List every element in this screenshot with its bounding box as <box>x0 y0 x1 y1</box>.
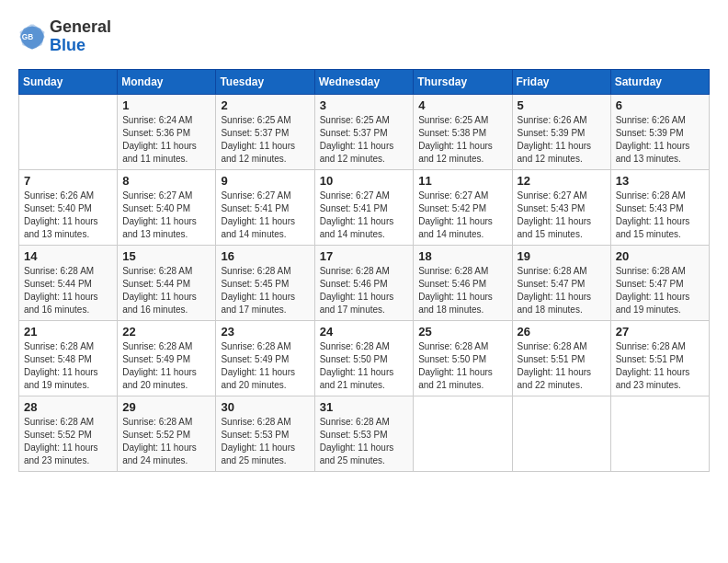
day-info: Sunrise: 6:27 AMSunset: 5:41 PMDaylight:… <box>320 190 409 241</box>
calendar-cell <box>610 396 709 471</box>
day-info: Sunrise: 6:27 AMSunset: 5:40 PMDaylight:… <box>122 190 210 241</box>
calendar-cell: 6 Sunrise: 6:26 AMSunset: 5:39 PMDayligh… <box>610 94 709 169</box>
header-friday: Friday <box>512 69 610 94</box>
calendar-cell: 27 Sunrise: 6:28 AMSunset: 5:51 PMDaylig… <box>610 320 709 396</box>
calendar-cell: 10 Sunrise: 6:27 AMSunset: 5:41 PMDaylig… <box>314 169 414 245</box>
day-info: Sunrise: 6:25 AMSunset: 5:37 PMDaylight:… <box>221 114 309 166</box>
day-number: 8 <box>122 174 210 188</box>
day-number: 16 <box>221 249 309 263</box>
day-number: 18 <box>418 249 506 263</box>
day-info: Sunrise: 6:25 AMSunset: 5:37 PMDaylight:… <box>320 114 409 166</box>
day-info: Sunrise: 6:25 AMSunset: 5:38 PMDaylight:… <box>418 114 506 166</box>
calendar-week-row: 14 Sunrise: 6:28 AMSunset: 5:44 PMDaylig… <box>19 245 710 320</box>
header-wednesday: Wednesday <box>314 69 414 94</box>
day-number: 22 <box>122 325 210 339</box>
calendar-cell: 3 Sunrise: 6:25 AMSunset: 5:37 PMDayligh… <box>314 94 414 169</box>
calendar-cell <box>414 396 512 471</box>
calendar-cell: 19 Sunrise: 6:28 AMSunset: 5:47 PMDaylig… <box>512 245 610 320</box>
calendar-cell: 13 Sunrise: 6:28 AMSunset: 5:43 PMDaylig… <box>610 169 709 245</box>
day-number: 21 <box>24 325 112 339</box>
day-info: Sunrise: 6:28 AMSunset: 5:46 PMDaylight:… <box>418 265 506 316</box>
day-number: 15 <box>122 249 210 263</box>
calendar-cell: 11 Sunrise: 6:27 AMSunset: 5:42 PMDaylig… <box>414 169 512 245</box>
calendar-week-row: 28 Sunrise: 6:28 AMSunset: 5:52 PMDaylig… <box>19 396 710 471</box>
calendar-cell: 26 Sunrise: 6:28 AMSunset: 5:51 PMDaylig… <box>512 320 610 396</box>
day-number: 25 <box>418 325 506 339</box>
day-info: Sunrise: 6:28 AMSunset: 5:44 PMDaylight:… <box>122 265 210 316</box>
calendar-cell: 30 Sunrise: 6:28 AMSunset: 5:53 PMDaylig… <box>216 396 314 471</box>
day-number: 20 <box>616 249 704 263</box>
calendar-cell: 28 Sunrise: 6:28 AMSunset: 5:52 PMDaylig… <box>19 396 118 471</box>
logo-text: General Blue <box>50 18 111 55</box>
day-info: Sunrise: 6:28 AMSunset: 5:50 PMDaylight:… <box>418 340 506 392</box>
day-info: Sunrise: 6:28 AMSunset: 5:46 PMDaylight:… <box>320 265 409 316</box>
calendar-cell: 23 Sunrise: 6:28 AMSunset: 5:49 PMDaylig… <box>216 320 314 396</box>
day-number: 1 <box>122 98 210 112</box>
day-number: 7 <box>24 174 112 188</box>
day-number: 28 <box>24 400 112 414</box>
day-info: Sunrise: 6:27 AMSunset: 5:41 PMDaylight:… <box>221 190 309 241</box>
calendar-week-row: 1 Sunrise: 6:24 AMSunset: 5:36 PMDayligh… <box>19 94 710 169</box>
day-info: Sunrise: 6:26 AMSunset: 5:39 PMDaylight:… <box>616 114 704 166</box>
day-info: Sunrise: 6:28 AMSunset: 5:51 PMDaylight:… <box>616 340 704 392</box>
day-number: 31 <box>320 400 409 414</box>
calendar-week-row: 21 Sunrise: 6:28 AMSunset: 5:48 PMDaylig… <box>19 320 710 396</box>
day-info: Sunrise: 6:28 AMSunset: 5:49 PMDaylight:… <box>221 340 309 392</box>
day-number: 29 <box>122 400 210 414</box>
day-info: Sunrise: 6:28 AMSunset: 5:53 PMDaylight:… <box>221 416 309 467</box>
day-info: Sunrise: 6:28 AMSunset: 5:51 PMDaylight:… <box>518 340 606 392</box>
calendar-cell: 12 Sunrise: 6:27 AMSunset: 5:43 PMDaylig… <box>512 169 610 245</box>
svg-text:GB: GB <box>22 33 33 41</box>
day-info: Sunrise: 6:26 AMSunset: 5:39 PMDaylight:… <box>518 114 606 166</box>
calendar-cell: 8 Sunrise: 6:27 AMSunset: 5:40 PMDayligh… <box>118 169 216 245</box>
calendar-cell: 31 Sunrise: 6:28 AMSunset: 5:53 PMDaylig… <box>314 396 414 471</box>
calendar-cell: 2 Sunrise: 6:25 AMSunset: 5:37 PMDayligh… <box>216 94 314 169</box>
calendar-header-row: SundayMondayTuesdayWednesdayThursdayFrid… <box>19 69 710 94</box>
day-info: Sunrise: 6:28 AMSunset: 5:49 PMDaylight:… <box>122 340 210 392</box>
header-monday: Monday <box>118 69 216 94</box>
header-thursday: Thursday <box>414 69 512 94</box>
calendar-cell: 7 Sunrise: 6:26 AMSunset: 5:40 PMDayligh… <box>19 169 118 245</box>
calendar-cell: 9 Sunrise: 6:27 AMSunset: 5:41 PMDayligh… <box>216 169 314 245</box>
header-saturday: Saturday <box>610 69 709 94</box>
calendar-cell: 29 Sunrise: 6:28 AMSunset: 5:52 PMDaylig… <box>118 396 216 471</box>
calendar-cell: 1 Sunrise: 6:24 AMSunset: 5:36 PMDayligh… <box>118 94 216 169</box>
calendar-cell: 16 Sunrise: 6:28 AMSunset: 5:45 PMDaylig… <box>216 245 314 320</box>
day-number: 4 <box>418 98 506 112</box>
day-info: Sunrise: 6:28 AMSunset: 5:47 PMDaylight:… <box>616 265 704 316</box>
day-number: 13 <box>616 174 704 188</box>
header-sunday: Sunday <box>19 69 118 94</box>
calendar-cell: 15 Sunrise: 6:28 AMSunset: 5:44 PMDaylig… <box>118 245 216 320</box>
day-number: 27 <box>616 325 704 339</box>
calendar-cell: 25 Sunrise: 6:28 AMSunset: 5:50 PMDaylig… <box>414 320 512 396</box>
calendar-cell: 24 Sunrise: 6:28 AMSunset: 5:50 PMDaylig… <box>314 320 414 396</box>
day-info: Sunrise: 6:27 AMSunset: 5:42 PMDaylight:… <box>418 190 506 241</box>
calendar-cell: 22 Sunrise: 6:28 AMSunset: 5:49 PMDaylig… <box>118 320 216 396</box>
day-info: Sunrise: 6:28 AMSunset: 5:53 PMDaylight:… <box>320 416 409 467</box>
day-info: Sunrise: 6:28 AMSunset: 5:47 PMDaylight:… <box>518 265 606 316</box>
day-number: 14 <box>24 249 112 263</box>
day-info: Sunrise: 6:27 AMSunset: 5:43 PMDaylight:… <box>518 190 606 241</box>
day-number: 6 <box>616 98 704 112</box>
day-info: Sunrise: 6:28 AMSunset: 5:52 PMDaylight:… <box>24 416 112 467</box>
day-info: Sunrise: 6:28 AMSunset: 5:45 PMDaylight:… <box>221 265 309 316</box>
day-number: 30 <box>221 400 309 414</box>
logo: GB General Blue <box>18 18 111 55</box>
calendar-cell: 5 Sunrise: 6:26 AMSunset: 5:39 PMDayligh… <box>512 94 610 169</box>
calendar-cell <box>512 396 610 471</box>
day-number: 3 <box>320 98 409 112</box>
day-number: 24 <box>320 325 409 339</box>
day-info: Sunrise: 6:26 AMSunset: 5:40 PMDaylight:… <box>24 190 112 241</box>
page-header: GB General Blue <box>18 18 710 55</box>
day-info: Sunrise: 6:28 AMSunset: 5:43 PMDaylight:… <box>616 190 704 241</box>
calendar-cell: 14 Sunrise: 6:28 AMSunset: 5:44 PMDaylig… <box>19 245 118 320</box>
logo-icon: GB <box>18 23 46 51</box>
calendar-week-row: 7 Sunrise: 6:26 AMSunset: 5:40 PMDayligh… <box>19 169 710 245</box>
day-number: 26 <box>518 325 606 339</box>
day-number: 2 <box>221 98 309 112</box>
day-number: 12 <box>518 174 606 188</box>
day-info: Sunrise: 6:24 AMSunset: 5:36 PMDaylight:… <box>122 114 210 166</box>
calendar-cell: 18 Sunrise: 6:28 AMSunset: 5:46 PMDaylig… <box>414 245 512 320</box>
calendar-cell: 21 Sunrise: 6:28 AMSunset: 5:48 PMDaylig… <box>19 320 118 396</box>
day-info: Sunrise: 6:28 AMSunset: 5:44 PMDaylight:… <box>24 265 112 316</box>
